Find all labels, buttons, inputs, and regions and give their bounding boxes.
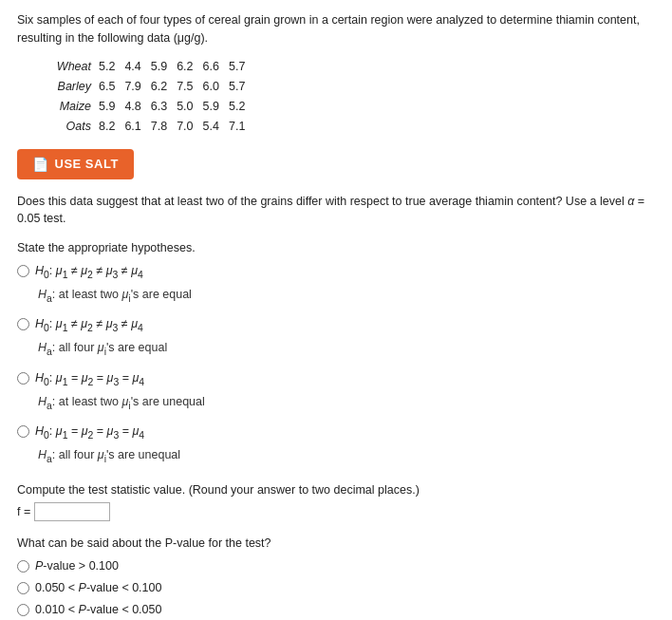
salt-icon: 📄 (32, 157, 49, 172)
hypothesis-alt-2: Ha: all four μi's are equal (38, 339, 655, 359)
compute-label: Compute the test statistic value. (Round… (17, 483, 655, 497)
hypothesis-alt-3: Ha: at least two μi's are unequal (38, 393, 655, 413)
data-table: Wheat 5.2 4.4 5.9 6.2 6.6 5.7 Barley 6.5… (46, 57, 655, 138)
wheat-values: 5.2 4.4 5.9 6.2 6.6 5.7 (99, 57, 245, 77)
hypothesis-option-4: H0: μ1 = μ2 = μ3 = μ4 Ha: all four μi's … (17, 423, 655, 466)
f-value-input[interactable] (34, 502, 110, 521)
table-row: Oats 8.2 6.1 7.8 7.0 5.4 7.1 (46, 117, 655, 137)
hypothesis-radio-input-1[interactable] (17, 265, 29, 277)
maize-values: 5.9 4.8 6.3 5.0 5.9 5.2 (99, 97, 245, 117)
pvalue-radio-1[interactable] (17, 560, 29, 573)
oats-values: 8.2 6.1 7.8 7.0 5.4 7.1 (99, 117, 245, 137)
hypothesis-alt-1: Ha: at least two μi's are equal (38, 286, 655, 306)
grain-oats: Oats (46, 117, 91, 137)
hypotheses-label: State the appropriate hypotheses. (17, 241, 655, 254)
barley-values: 6.5 7.9 6.2 7.5 6.0 5.7 (99, 77, 245, 97)
use-salt-button[interactable]: 📄 USE SALT (17, 149, 134, 179)
hypotheses-section: State the appropriate hypotheses. H0: μ1… (17, 241, 655, 466)
table-row: Wheat 5.2 4.4 5.9 6.2 6.6 5.7 (46, 57, 655, 77)
grain-wheat: Wheat (46, 57, 91, 77)
grain-maize: Maize (46, 97, 91, 117)
hypothesis-option-2: H0: μ1 ≠ μ2 ≠ μ3 ≠ μ4 Ha: all four μi's … (17, 315, 655, 359)
pvalue-option-2[interactable]: 0.050 < P-value < 0.100 (17, 579, 655, 597)
hypothesis-option-3: H0: μ1 = μ2 = μ3 = μ4 Ha: at least two μ… (17, 369, 655, 413)
hypothesis-radio-input-2[interactable] (17, 318, 29, 330)
hypothesis-radio-4[interactable]: H0: μ1 = μ2 = μ3 = μ4 (17, 423, 655, 442)
hypothesis-option-1: H0: μ1 ≠ μ2 ≠ μ3 ≠ μ4 Ha: at least two μ… (17, 262, 655, 306)
pvalue-section: What can be said about the P-value for t… (17, 536, 655, 620)
pvalue-radio-3[interactable] (17, 604, 29, 616)
pvalue-label: What can be said about the P-value for t… (17, 536, 655, 550)
hypothesis-radio-1[interactable]: H0: μ1 ≠ μ2 ≠ μ3 ≠ μ4 (17, 262, 655, 282)
question-text: Does this data suggest that at least two… (17, 193, 655, 229)
hypothesis-radio-3[interactable]: H0: μ1 = μ2 = μ3 = μ4 (17, 369, 655, 389)
hypothesis-radio-input-3[interactable] (17, 372, 29, 385)
intro-text: Six samples of each of four types of cer… (17, 11, 655, 47)
hypothesis-alt-4: Ha: all four μi's are unequal (38, 446, 655, 466)
pvalue-radio-2[interactable] (17, 582, 29, 594)
pvalue-option-1[interactable]: P-value > 0.100 (17, 557, 655, 575)
compute-section: Compute the test statistic value. (Round… (17, 483, 655, 521)
table-row: Maize 5.9 4.8 6.3 5.0 5.9 5.2 (46, 97, 655, 117)
f-label: f = (17, 505, 30, 518)
pvalue-option-3[interactable]: 0.010 < P-value < 0.050 (17, 601, 655, 619)
table-row: Barley 6.5 7.9 6.2 7.5 6.0 5.7 (46, 77, 655, 97)
hypothesis-radio-input-4[interactable] (17, 425, 29, 438)
grain-barley: Barley (46, 77, 91, 97)
f-input-row: f = (17, 502, 655, 521)
hypothesis-radio-2[interactable]: H0: μ1 ≠ μ2 ≠ μ3 ≠ μ4 (17, 315, 655, 335)
